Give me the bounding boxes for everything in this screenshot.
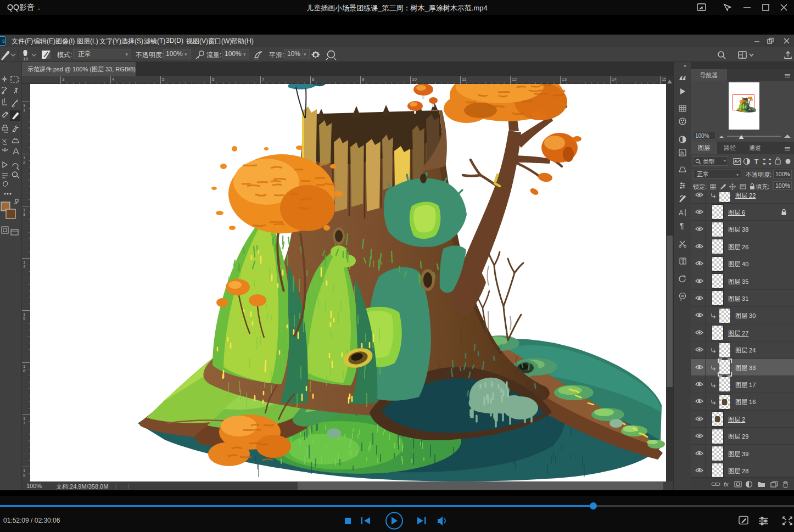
svg-text:5: 5 <box>162 77 165 82</box>
svg-text:8: 8 <box>23 473 25 478</box>
svg-text:1: 1 <box>23 108 25 113</box>
svg-text:3: 3 <box>62 77 65 82</box>
svg-text:8: 8 <box>312 77 315 82</box>
svg-text:fx: fx <box>724 481 729 488</box>
svg-text:7: 7 <box>262 77 265 82</box>
svg-text:14: 14 <box>612 77 617 82</box>
svg-text:3: 3 <box>23 212 25 217</box>
svg-text:5: 5 <box>23 316 25 321</box>
svg-text:¶: ¶ <box>680 221 684 230</box>
svg-text:15: 15 <box>23 57 28 61</box>
svg-text:6: 6 <box>23 368 25 373</box>
svg-text:11: 11 <box>462 77 467 82</box>
svg-text:A: A <box>679 209 684 217</box>
svg-text:«: « <box>684 63 686 69</box>
svg-text:2: 2 <box>23 160 25 165</box>
svg-text:4: 4 <box>112 77 115 82</box>
svg-text:10: 10 <box>412 77 417 82</box>
svg-text:7: 7 <box>23 421 25 425</box>
svg-text:9: 9 <box>362 77 365 82</box>
svg-text:T: T <box>754 158 759 166</box>
svg-text:15: 15 <box>662 77 666 82</box>
svg-text:6: 6 <box>212 77 215 82</box>
svg-text:fx: fx <box>680 150 685 156</box>
svg-text:12: 12 <box>512 77 517 82</box>
svg-text:13: 13 <box>562 77 567 82</box>
svg-text:4: 4 <box>23 264 25 269</box>
